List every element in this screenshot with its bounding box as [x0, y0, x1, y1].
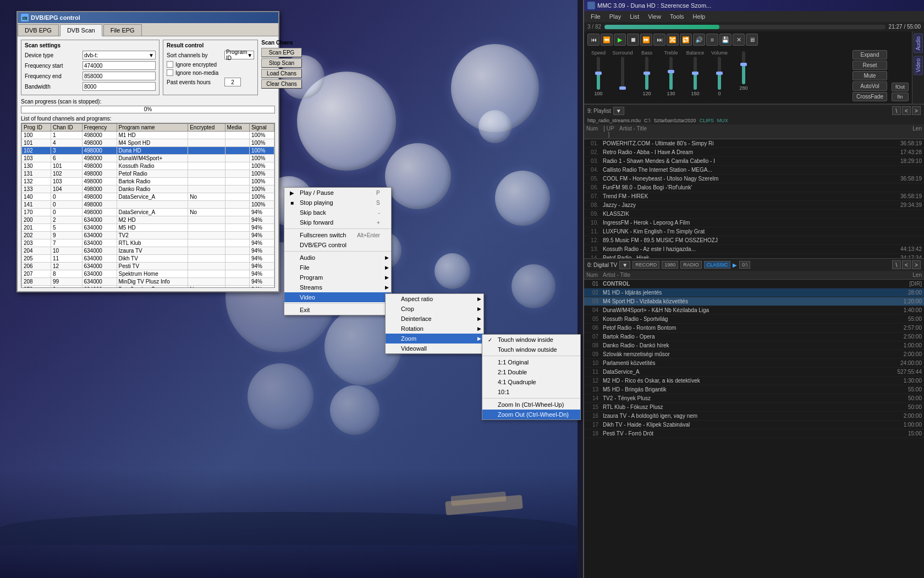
video-tab-btn[interactable]: Video — [914, 56, 923, 75]
ctx-play-pause[interactable]: ▶ Play / Pause P — [284, 188, 391, 198]
table-row[interactable]: 207 8 634000 Spektrum Home 94% — [22, 270, 274, 278]
ctx-zoom[interactable]: Zoom ▶ — [386, 334, 483, 343]
pl2-nav-left[interactable]: \ — [892, 260, 901, 269]
ctx-original[interactable]: 1:1 Original — [482, 357, 580, 367]
playlist1-row[interactable]: 12. 89.5 Music FM - 89.5 MUSIC FM OSSZEH… — [584, 236, 924, 245]
table-row[interactable]: 202 9 634000 TV2 94% — [22, 232, 274, 239]
fout-btn[interactable]: fOut — [892, 83, 909, 91]
bandwidth-input[interactable] — [82, 82, 156, 91]
balance-track[interactable] — [694, 57, 697, 90]
playlist1-row[interactable]: 11. LUXFUNK - Kim English - I'm Simply G… — [584, 227, 924, 236]
ignore-nonmedia-checkbox[interactable] — [167, 69, 173, 76]
playlist1-row[interactable]: 06. FunFM 98.0 - Dalos Bogi -'Rof'ulunk' — [584, 183, 924, 192]
ctx-crop[interactable]: Crop ▶ — [386, 304, 483, 314]
ctrl-prev[interactable]: ⏮ — [587, 34, 600, 46]
ctx-10x[interactable]: 10:1 — [482, 387, 580, 397]
speed-track[interactable] — [597, 57, 600, 90]
extra-track[interactable] — [742, 51, 745, 84]
ctx-exit[interactable]: Exit — [284, 305, 391, 315]
scan-epg-button[interactable]: Scan EPG — [261, 48, 302, 57]
pl1-tag-clips[interactable]: CLIPS — [700, 118, 714, 123]
volume-track[interactable] — [718, 57, 721, 90]
pl1-nav-next[interactable]: > — [912, 106, 921, 115]
table-row[interactable]: 270 0 634000 DataService_B No 94% — [22, 286, 274, 288]
playlist2-row[interactable]: 18 Pesti TV - Forró Drót 15:00 — [584, 429, 924, 438]
autovol-button[interactable]: AutoVol — [853, 81, 887, 91]
tag-1980[interactable]: 1980 — [662, 261, 678, 269]
menu-help[interactable]: Help — [689, 12, 710, 21]
ctrl-repeat[interactable]: 🔁 — [680, 34, 692, 46]
playlist2-row[interactable]: 13 M5 HD - Bringás Brigantik 55:00 — [584, 385, 924, 394]
tab-dvb-epg[interactable]: DVB EPG — [18, 24, 59, 36]
table-row[interactable]: 203 7 634000 RTL Klub 94% — [22, 239, 274, 247]
menu-list[interactable]: List — [625, 12, 644, 21]
table-row[interactable]: 206 12 634000 Pesti TV 94% — [22, 263, 274, 270]
ctx-aspect-ratio[interactable]: Aspect ratio ▶ — [386, 294, 483, 304]
load-chans-button[interactable]: Load Chans — [261, 69, 302, 78]
playlist2-dropdown[interactable]: ▼ — [619, 261, 630, 269]
ctrl-shuffle[interactable]: 🔀 — [667, 34, 679, 46]
ctx-touch-inside[interactable]: ✓ Touch window inside — [482, 335, 580, 345]
playlist1-list[interactable]: 01. POWERHITZ.COM - Ultimate 80's - Simp… — [584, 139, 924, 258]
bass-track[interactable] — [645, 57, 648, 90]
pl1-nav-prev[interactable]: < — [902, 106, 911, 115]
ctx-videowall[interactable]: Videowall — [386, 343, 483, 353]
ctrl-next[interactable]: ⏭ — [653, 34, 666, 46]
playlist1-row[interactable]: 14. Petof Radio - Hirek 34:17:34 — [584, 254, 924, 258]
playlist2-row[interactable]: 12 M2 HD - Rico és Oskar, a kis detektív… — [584, 377, 924, 385]
menu-tools[interactable]: Tools — [666, 12, 689, 21]
ctrl-stop[interactable]: ⏹ — [627, 34, 639, 46]
table-row[interactable]: 170 0 498000 DataService_A No 94% — [22, 209, 274, 216]
tag-record[interactable]: RECORD — [632, 261, 659, 269]
playlist2-row[interactable]: 09 Szlovák nemzetiségi műsor 2:00:00 — [584, 350, 924, 359]
ctx-touch-outside[interactable]: Touch window outside — [482, 345, 580, 355]
ctx-streams[interactable]: Streams ▶ — [284, 282, 391, 292]
playlist2-row[interactable]: 05 Kossuth Radio - Sportvilág 55:00 — [584, 315, 924, 324]
ctx-dvb-epg[interactable]: DVB/EPG control — [284, 240, 391, 250]
ctrl-close[interactable]: ✕ — [733, 34, 745, 46]
ctx-skip-back[interactable]: Skip back - — [284, 208, 391, 217]
table-row[interactable]: 101 4 498000 M4 Sport HD 100% — [22, 139, 274, 147]
past-events-input[interactable] — [224, 78, 241, 86]
channel-list-scrollable[interactable]: Prog ID Chan ID Freqency Program name En… — [21, 123, 275, 288]
ctx-rotation[interactable]: Rotation ▶ — [386, 324, 483, 334]
freq-end-input[interactable] — [82, 72, 156, 80]
menu-play[interactable]: Play — [605, 12, 625, 21]
ctx-stop-playing[interactable]: ■ Stop playing S — [284, 198, 391, 208]
pl2-nav-next[interactable]: > — [912, 260, 921, 269]
freq-start-input[interactable] — [82, 61, 156, 70]
playlist1-row[interactable]: 01. POWERHITZ.COM - Ultimate 80's - Simp… — [584, 139, 924, 148]
tab-dvb-scan[interactable]: DVB Scan — [60, 24, 102, 36]
ctrl-eq[interactable]: ≡ — [706, 34, 718, 46]
ctrl-rewind[interactable]: ⏪ — [601, 34, 613, 46]
sort-by-dropdown[interactable]: Program ID ▼ — [224, 51, 254, 59]
playlist2-row[interactable]: 07 Bartok Radio - Opera 2:50:00 — [584, 332, 924, 341]
menu-view[interactable]: View — [644, 12, 666, 21]
table-row[interactable]: 100 1 498000 M1 HD 100% — [22, 132, 274, 139]
ctx-program[interactable]: Program ▶ — [284, 272, 391, 282]
playlist1-row[interactable]: 02. Retro Radio - Abba - I Have A Dream … — [584, 148, 924, 157]
ctrl-ffwd[interactable]: ⏩ — [640, 34, 652, 46]
mute-button[interactable]: Mute — [853, 71, 887, 80]
ctrl-vol[interactable]: 🔊 — [693, 34, 705, 46]
playlist1-row[interactable]: 03. Radio 1 - Shawn Mendes & Camila Cabe… — [584, 157, 924, 166]
table-row[interactable]: 132 103 498000 Bartok Radio 100% — [22, 178, 274, 186]
surround-track[interactable] — [621, 57, 624, 90]
table-row[interactable]: 103 6 498000 DunaW/M4Sport+ 100% — [22, 155, 274, 162]
playlist2-row[interactable]: 16 Izaura TV - A boldogító igen, vagy ne… — [584, 412, 924, 421]
table-row[interactable]: 201 5 634000 M5 HD 94% — [22, 224, 274, 232]
playlist2-list[interactable]: 01 CONTROL [DIR] 02 M1 HD - Idjárás jele… — [584, 280, 924, 578]
clear-chans-button[interactable]: Clear Chans — [261, 79, 302, 89]
ctx-zoom-in[interactable]: Zoom In (Ctrl-Wheel-Up) — [482, 400, 580, 410]
tag-radio[interactable]: RADIO — [680, 261, 702, 269]
playlist2-row[interactable]: 14 TV2 - Tények Plusz 50:00 — [584, 394, 924, 403]
table-row[interactable]: 133 104 498000 Danko Radio 100% — [22, 186, 274, 193]
ctrl-screen[interactable]: 🖥 — [746, 34, 758, 46]
table-row[interactable]: 140 0 498000 DataService_A No 100% — [22, 193, 274, 201]
table-row[interactable]: 205 11 634000 Dikh TV 94% — [22, 255, 274, 263]
playlist2-row[interactable]: 17 Dikh TV - Haide - Klipek Szabinával 1… — [584, 421, 924, 429]
reset-button[interactable]: Reset — [853, 61, 887, 70]
playlist2-row[interactable]: 03 M4 Sport HD - Vizilabda közvetítés 1:… — [584, 297, 924, 306]
playlist2-row[interactable]: 15 RTL Klub - Fókusz Plusz 50:00 — [584, 403, 924, 412]
table-row[interactable]: 208 99 634000 MinDig TV Plusz Info 94% — [22, 278, 274, 286]
